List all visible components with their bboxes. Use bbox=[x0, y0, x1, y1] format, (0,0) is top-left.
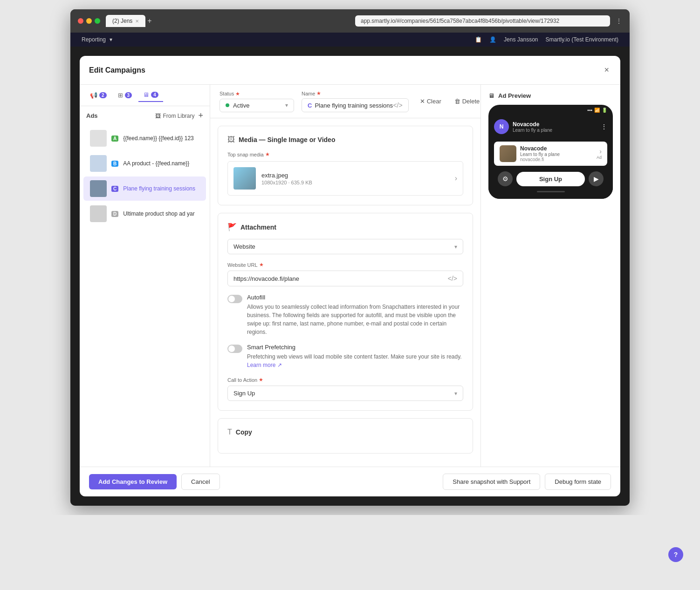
dropdown-icon: ▾ bbox=[110, 36, 112, 43]
tab-ads[interactable]: 📢 2 bbox=[85, 89, 111, 102]
ad-item-a[interactable]: A {{feed.name}} {{feed.id}} 123 bbox=[83, 126, 206, 150]
attachment-type-dropdown[interactable]: Website ▾ bbox=[227, 239, 463, 254]
main-content: Status ★ Active ▾ Name bbox=[210, 85, 480, 467]
form-body: 🖼 Media — Single Image or Video Top snap… bbox=[210, 118, 480, 467]
name-input[interactable] bbox=[315, 102, 393, 109]
url-required-star: ★ bbox=[259, 262, 264, 268]
close-traffic-light[interactable] bbox=[78, 18, 83, 24]
adsets-badge: 3 bbox=[125, 92, 132, 98]
snap-card-url: novacode.fi bbox=[520, 157, 593, 162]
ads-badge: 2 bbox=[99, 92, 107, 98]
url-input-wrapper: </> bbox=[227, 271, 463, 286]
media-section-title: Media — Single Image or Video bbox=[239, 136, 335, 143]
modal-overlay: Edit Campaigns × 📢 2 ⊞ 3 bbox=[70, 47, 630, 506]
app-header: Reporting ▾ 📋 👤 Jens Jansson Smartly.io … bbox=[70, 33, 630, 47]
new-tab-button[interactable]: + bbox=[147, 17, 151, 25]
cta-label: Call to Action ★ bbox=[227, 377, 463, 383]
snap-card-image bbox=[500, 145, 516, 162]
website-url-input[interactable] bbox=[233, 275, 444, 282]
maximize-traffic-light[interactable] bbox=[95, 18, 100, 24]
ad-item-b[interactable]: B AA product - {{feed.name}} bbox=[83, 151, 206, 176]
sign-up-button[interactable]: Sign Up bbox=[516, 172, 585, 186]
name-required-star: ★ bbox=[316, 90, 321, 96]
media-item[interactable]: extra.jpeg 1080x1920 · 635.9 KB › bbox=[227, 161, 463, 196]
snap-profile-dots-icon[interactable]: ⋮ bbox=[601, 123, 607, 130]
play-button[interactable]: ▶ bbox=[589, 171, 604, 186]
cancel-button[interactable]: Cancel bbox=[181, 474, 220, 490]
status-field: Status ★ Active ▾ bbox=[220, 91, 294, 112]
campaigns-badge: 4 bbox=[151, 92, 158, 98]
smart-prefetch-desc: Prefetching web views will load mobile s… bbox=[247, 353, 463, 369]
adsets-icon: ⊞ bbox=[118, 92, 123, 99]
autofill-toggle[interactable] bbox=[227, 295, 242, 303]
preview-title: Ad Preview bbox=[498, 92, 531, 99]
modal-header: Edit Campaigns × bbox=[80, 56, 620, 85]
tab-close-icon[interactable]: ✕ bbox=[135, 19, 139, 24]
snap-card-right: › Ad bbox=[597, 148, 602, 160]
sign-up-bar: ⚙ Sign Up ▶ bbox=[494, 170, 607, 188]
status-dropdown[interactable]: Active ▾ bbox=[220, 99, 294, 112]
cta-dropdown[interactable]: Sign Up ▾ bbox=[227, 386, 463, 401]
snap-card[interactable]: Novacode Learn to fly a plane novacode.f… bbox=[494, 142, 607, 166]
trash-icon: 🗑 bbox=[454, 98, 460, 105]
add-changes-button[interactable]: Add Changes to Review bbox=[89, 474, 177, 489]
media-thumbnail bbox=[233, 167, 256, 190]
preview-icon: 🖥 bbox=[488, 92, 494, 99]
attachment-section-title: Attachment bbox=[240, 224, 276, 231]
traffic-lights bbox=[78, 18, 100, 24]
ad-item-c[interactable]: C Plane flying training sessions bbox=[83, 176, 206, 201]
name-prefix-badge: C bbox=[308, 102, 312, 109]
name-label: Name ★ bbox=[302, 90, 409, 96]
app-header-right: 📋 👤 Jens Jansson Smartly.io (Test Enviro… bbox=[475, 36, 618, 43]
ad-badge-a: A bbox=[111, 136, 118, 142]
ads-icon: 📢 bbox=[90, 92, 97, 99]
browser-tab-active[interactable]: (2) Jens ✕ bbox=[106, 15, 145, 27]
media-name: extra.jpeg bbox=[261, 172, 455, 179]
snap-card-info: Novacode Learn to fly a plane novacode.f… bbox=[520, 145, 593, 162]
clear-icon: ✕ bbox=[420, 98, 425, 105]
phone-home-indicator bbox=[537, 191, 565, 192]
code-icon[interactable]: </> bbox=[393, 102, 402, 109]
notifications-icon[interactable]: 📋 bbox=[475, 36, 482, 43]
media-arrow-icon: › bbox=[455, 174, 457, 183]
gear-button[interactable]: ⚙ bbox=[498, 171, 513, 186]
tab-adsets[interactable]: ⊞ 3 bbox=[113, 89, 137, 102]
from-library-button[interactable]: 🖼 From Library bbox=[155, 113, 194, 119]
delete-button[interactable]: 🗑 Delete bbox=[451, 95, 480, 107]
form-header: Status ★ Active ▾ Name bbox=[210, 85, 480, 118]
edit-campaigns-modal: Edit Campaigns × 📢 2 ⊞ 3 bbox=[80, 56, 620, 496]
chevron-down-icon: ▾ bbox=[285, 102, 288, 109]
url-code-icon[interactable]: </> bbox=[448, 275, 457, 282]
debug-form-button[interactable]: Debug form state bbox=[545, 474, 611, 490]
browser-actions: ⋮ bbox=[616, 17, 622, 25]
tab-campaigns[interactable]: 🖥 4 bbox=[138, 88, 163, 102]
ad-name-c: Plane flying training sessions bbox=[123, 185, 199, 192]
attachment-type-chevron-icon: ▾ bbox=[454, 244, 457, 250]
phone-status-bar: ▪▪▪ 📶 🔋 bbox=[488, 105, 613, 115]
learn-more-link[interactable]: Learn more ↗ bbox=[247, 362, 282, 368]
modal-close-button[interactable]: × bbox=[602, 63, 611, 77]
cta-required-star: ★ bbox=[259, 377, 263, 383]
battery-icon: 🔋 bbox=[602, 108, 607, 113]
ad-item-d[interactable]: D Ultimate product shop ad yar bbox=[83, 202, 206, 226]
smart-prefetch-toggle[interactable] bbox=[227, 345, 242, 353]
minimize-traffic-light[interactable] bbox=[86, 18, 92, 24]
reporting-label[interactable]: Reporting bbox=[82, 36, 106, 43]
top-snap-label: Top snap media ★ bbox=[227, 151, 463, 157]
ad-name-b: AA product - {{feed.name}} bbox=[123, 160, 199, 167]
media-section: 🖼 Media — Single Image or Video Top snap… bbox=[218, 126, 473, 205]
user-name: Jens Jansson bbox=[504, 36, 538, 43]
attachment-section: 🚩 Attachment Website ▾ bbox=[218, 213, 473, 411]
clear-button[interactable]: ✕ Clear bbox=[416, 95, 445, 107]
copy-icon: T bbox=[227, 428, 232, 436]
address-bar[interactable]: app.smartly.io/#/companies/561f5ca758e7a… bbox=[355, 15, 610, 27]
media-section-header: 🖼 Media — Single Image or Video bbox=[227, 136, 463, 144]
ads-title: Ads bbox=[86, 112, 98, 119]
attachment-icon: 🚩 bbox=[227, 223, 237, 231]
share-snapshot-button[interactable]: Share snapshot with Support bbox=[443, 474, 540, 490]
copy-section-title: Copy bbox=[236, 428, 252, 436]
media-meta: 1080x1920 · 635.9 KB bbox=[261, 180, 455, 185]
autofill-desc: Allows you to seamlessly collect lead in… bbox=[247, 303, 463, 336]
status-label: Status ★ bbox=[220, 91, 294, 97]
add-ad-button[interactable]: + bbox=[198, 111, 203, 121]
